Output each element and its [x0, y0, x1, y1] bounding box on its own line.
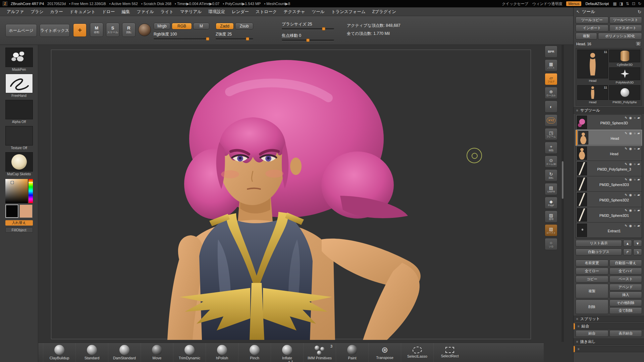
focal-shift-slider[interactable]: 焦点移動 0 — [282, 33, 334, 41]
eye-icon[interactable]: ◉ — [629, 224, 632, 228]
menu-transform[interactable]: トランスフォーム — [328, 7, 369, 16]
rename-button[interactable]: 名前変更 — [576, 260, 608, 266]
menu-render[interactable]: レンダー — [228, 7, 252, 16]
eye-icon[interactable]: ◉ — [629, 208, 632, 212]
floor-button[interactable]: ▱ フロア — [545, 73, 557, 85]
brush-size-handle[interactable] — [322, 27, 325, 31]
subtool-thumbnail[interactable] — [577, 177, 587, 191]
sphere-icon[interactable]: ○ — [634, 162, 636, 166]
brush-hpolish[interactable]: hPolish — [206, 343, 238, 362]
subtool-item[interactable]: ✎ ◉ ○ ▰ PM3D_Sphere3D3 — [576, 176, 642, 192]
brush-imm-primitives[interactable]: 3 IMM Primitives — [303, 343, 336, 362]
zsub-button[interactable]: Zsub — [235, 23, 253, 29]
menu-document[interactable]: ドキュメント — [66, 7, 99, 16]
tray-collapse-handle[interactable]: ▲▼ — [288, 360, 294, 362]
document-canvas[interactable]: BPR ▦ パース ▱ フロア ⊕ ローカル ◐ XYZ — [38, 45, 573, 362]
menu-alpha[interactable]: アルファ — [3, 7, 27, 16]
clone-button[interactable]: 複製 — [576, 33, 597, 40]
brush-paint[interactable]: Paint — [336, 343, 368, 362]
brush-selectlasso[interactable]: SelectLasso — [401, 343, 433, 362]
eye-icon[interactable]: ◉ — [629, 162, 632, 166]
window-icon[interactable]: ◨ — [619, 1, 623, 6]
menu-edit[interactable]: 編集 — [118, 7, 133, 16]
lightbox-button[interactable]: ライトボックス — [40, 24, 70, 37]
current-brush[interactable]: MaskPen — [5, 48, 33, 71]
eye-icon[interactable]: ◉ — [629, 131, 632, 135]
solo-button[interactable]: ○ ソロ — [545, 238, 557, 250]
sphere-icon[interactable]: ○ — [634, 208, 636, 212]
split-section-header[interactable]: ≡ スプリット — [574, 316, 644, 322]
eye-icon[interactable]: ◉ — [629, 147, 632, 150]
subtool-thumbnail[interactable] — [578, 131, 588, 144]
sphere-icon[interactable]: ○ — [634, 193, 636, 197]
duplicate-button[interactable]: 複製 — [576, 284, 608, 298]
switch-color-button[interactable]: 入れ替え — [5, 220, 33, 226]
eye-icon[interactable]: ◉ — [629, 178, 632, 181]
rotate-canvas-button[interactable]: ↻ 回転 — [545, 169, 557, 181]
subtool-copy-button[interactable]: コピー — [576, 276, 608, 283]
brush-claybuildup[interactable]: ClayBuildup — [43, 343, 75, 362]
subtool-item[interactable]: ✎ ◉ ○ ▰ PM3D_Sphere3D — [576, 115, 642, 130]
brush-icon[interactable]: ▰ — [637, 208, 640, 212]
auto-reorder-button[interactable]: 自動並べ替え — [609, 260, 642, 266]
dock-icon[interactable]: ⊡ — [632, 1, 635, 6]
move-gyro-button[interactable]: M 移動 — [90, 23, 103, 37]
saturation-value-square[interactable] — [5, 179, 28, 203]
rgb-button[interactable]: RGB — [172, 23, 192, 29]
append-button[interactable]: アペンド — [609, 284, 642, 291]
texture-thumbnail[interactable] — [5, 126, 33, 145]
stroke-thumbnail[interactable] — [5, 74, 33, 93]
all-high-button[interactable]: 全てハイ — [609, 268, 642, 275]
scale-gyro-button[interactable]: S スケール — [106, 23, 119, 37]
current-texture[interactable]: Texture Off — [5, 126, 33, 150]
brush-standard[interactable]: Standard — [75, 343, 108, 362]
subtool-item[interactable]: ✎ ◉ ○ ▰ PM3D_Sphere3D2 — [576, 192, 642, 207]
brush-pinch[interactable]: Pinch — [238, 343, 271, 362]
current-material[interactable]: MatCap Skeleto — [5, 152, 33, 176]
delete-all-button[interactable]: 全て削除 — [609, 307, 642, 314]
brush-damstandard[interactable]: DamStandard — [108, 343, 141, 362]
eye-icon[interactable]: ◉ — [629, 193, 632, 197]
branch-right-button[interactable]: ↱ — [623, 249, 632, 255]
import-button[interactable]: インポート — [576, 25, 608, 32]
frame-button[interactable]: ◳ フレーム — [545, 128, 557, 140]
export-button[interactable]: エクスポート — [609, 25, 642, 32]
menu-stroke[interactable]: ストローク — [252, 7, 280, 16]
brush-icon[interactable]: ▰ — [637, 178, 640, 181]
zscript-label[interactable]: DefaultZScript — [585, 2, 609, 6]
brush-size-slider[interactable]: ブラシサイズ 25 — [282, 21, 334, 29]
edit-icon[interactable]: ✎ — [625, 147, 627, 150]
brush-icon[interactable]: ▰ — [637, 147, 640, 150]
edit-icon[interactable]: ✎ — [625, 131, 627, 135]
menu-tool[interactable]: ツール — [309, 7, 328, 16]
r-button[interactable]: R — [635, 41, 641, 47]
canvas-scrollbar-thumb[interactable] — [562, 161, 564, 199]
edit-icon[interactable]: ✎ — [625, 162, 627, 166]
subtool-thumbnail[interactable] — [577, 224, 587, 237]
xyz-symmetry-button[interactable]: XYZ — [545, 114, 557, 126]
menu-material[interactable]: マテリアル — [177, 7, 205, 16]
mrgb-button[interactable]: Mrgb — [154, 23, 170, 29]
polyframe-button[interactable]: ◆ PolyF — [545, 197, 557, 209]
merge-visible-button[interactable]: 表示結合 — [609, 330, 642, 337]
menu-file[interactable]: ファイル — [133, 7, 157, 16]
polymesh3d-tool[interactable]: PolyMesh3D — [609, 67, 640, 84]
subtool-item[interactable]: ✎ ◉ ○ ▰ PM3D_PolySphere_3 — [576, 161, 642, 176]
brush-icon[interactable]: ▰ — [637, 224, 640, 228]
subtool-section-header[interactable]: ≡ サブツール — [574, 107, 644, 114]
menu-light[interactable]: ライト — [157, 7, 177, 16]
current-alpha[interactable]: Alpha Off — [5, 100, 33, 124]
subtool-thumbnail[interactable] — [577, 208, 587, 222]
subtool-thumbnail[interactable] — [577, 146, 587, 160]
quick-save-button[interactable]: クイックセーブ — [502, 1, 529, 6]
brush-selectrect[interactable]: SelectRect — [433, 343, 466, 362]
brush-trimdynamic[interactable]: TrimDynamic — [173, 343, 206, 362]
active-tool-thumbnail[interactable]: 11 Head — [577, 50, 608, 84]
sphere-icon[interactable]: ○ — [634, 178, 636, 181]
subtool-paste-button[interactable]: ペースト — [609, 276, 642, 283]
brush-move[interactable]: Move — [141, 343, 173, 362]
menu-brush[interactable]: ブラシ — [27, 7, 47, 16]
subtool-thumbnail[interactable] — [577, 116, 587, 129]
make-polymesh3d-button[interactable]: ポリメッシュ3D化 — [598, 33, 642, 40]
brush-inflate[interactable]: Inflate — [271, 343, 303, 362]
